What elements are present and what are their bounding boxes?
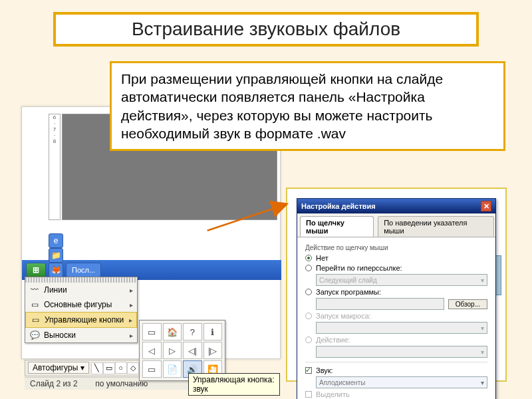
toolbar-icon-0[interactable]: ╲	[91, 362, 103, 374]
menu-grip[interactable]	[25, 277, 137, 283]
menu-item-2[interactable]: ▭Управляющие кнопки▸	[25, 312, 137, 328]
autoshapes-menu: 〰Линии▸▭Основные фигуры▸▭Управляющие кно…	[25, 277, 138, 343]
group-label: Действие по щелчку мыши	[305, 244, 487, 251]
chevron-right-icon: ▸	[130, 287, 133, 294]
tooltip: Управляющая кнопка: звук	[188, 373, 280, 396]
dialog-titlebar[interactable]: Настройка действия ✕	[297, 199, 495, 213]
menu-icon: ▭	[29, 299, 40, 310]
chevron-right-icon: ▸	[130, 301, 133, 309]
program-input[interactable]	[316, 298, 444, 310]
tab-click[interactable]: По щелчку мыши	[300, 216, 374, 237]
toolbar-icon-3[interactable]: ◇	[127, 362, 139, 374]
toolbar-icon-2[interactable]: ○	[115, 362, 127, 374]
radio-macro[interactable]	[305, 313, 312, 319]
radio-hyperlink[interactable]	[305, 265, 312, 271]
sound-select[interactable]: Аплодисменты▾	[316, 376, 487, 388]
toolbar-icon-1[interactable]: ▭	[103, 362, 115, 374]
autoshapes-dropdown[interactable]: Автофигуры ▾	[28, 362, 89, 374]
dialog-title: Настройка действия	[301, 202, 376, 210]
action-button-1[interactable]: 🏠	[163, 323, 182, 340]
menu-item-1[interactable]: ▭Основные фигуры▸	[25, 297, 137, 312]
action-button-4[interactable]: ◁	[142, 342, 162, 359]
checkbox-sound[interactable]	[305, 367, 312, 374]
action-button-9[interactable]: 📄	[163, 360, 182, 378]
quicklaunch-0[interactable]: e	[49, 233, 63, 248]
action-settings-dialog: Настройка действия ✕ По щелчку мыши По н…	[297, 198, 496, 399]
menu-icon: 💬	[29, 330, 40, 340]
dialog-tabs: По щелчку мыши По наведении указателя мы…	[297, 213, 495, 237]
ruler-vertical: 6·7·8	[49, 114, 61, 220]
menu-icon: ▭	[30, 315, 41, 325]
checkbox-highlight[interactable]	[305, 391, 312, 398]
menu-item-0[interactable]: 〰Линии▸	[25, 283, 137, 297]
tab-hover[interactable]: По наведении указателя мыши	[378, 216, 494, 237]
start-button[interactable]: ⊞	[26, 263, 46, 277]
browse-button[interactable]: Обзор...	[448, 299, 487, 309]
taskbar-task[interactable]: Посл...	[66, 263, 101, 277]
close-icon[interactable]: ✕	[481, 201, 491, 211]
dialog-screenshot-frame: Настройка действия ✕ По щелчку мыши По н…	[286, 188, 507, 382]
action-button-5[interactable]: ▷	[163, 342, 182, 359]
radio-program[interactable]	[305, 289, 312, 295]
chevron-right-icon: ▸	[130, 332, 133, 339]
hyperlink-select[interactable]: Следующий слайд▾	[316, 274, 487, 286]
action-button-7[interactable]: |▷	[203, 342, 223, 359]
action-select: ▾	[316, 346, 487, 358]
menu-item-3[interactable]: 💬Выноски▸	[25, 328, 137, 342]
action-button-8[interactable]: ▭	[142, 360, 162, 378]
action-button-6[interactable]: ◁|	[183, 342, 202, 359]
title-box: Встраивание звуковых файлов	[53, 12, 479, 47]
dialog-body: Действие по щелчку мыши Нет Перейти по г…	[297, 237, 495, 399]
page-title: Встраивание звуковых файлов	[61, 19, 471, 40]
quicklaunch-2[interactable]: 🦊	[49, 263, 63, 277]
radio-none[interactable]	[305, 255, 312, 261]
action-button-2[interactable]: ?	[183, 323, 202, 340]
menu-icon: 〰	[29, 285, 40, 295]
radio-action[interactable]	[305, 336, 312, 343]
action-button-0[interactable]: ▭	[142, 323, 162, 340]
description-text: При размещении управляющей кнопки на сла…	[121, 71, 443, 141]
chevron-right-icon: ▸	[129, 317, 132, 324]
macro-select: ▾	[316, 322, 487, 334]
quicklaunch-1[interactable]: 📁	[49, 248, 63, 263]
description-box: При размещении управляющей кнопки на сла…	[110, 61, 505, 151]
action-buttons-submenu: ▭🏠?ℹ◁▷◁||▷▭📄🔊🎦	[139, 320, 225, 381]
action-button-3[interactable]: ℹ	[203, 323, 223, 340]
